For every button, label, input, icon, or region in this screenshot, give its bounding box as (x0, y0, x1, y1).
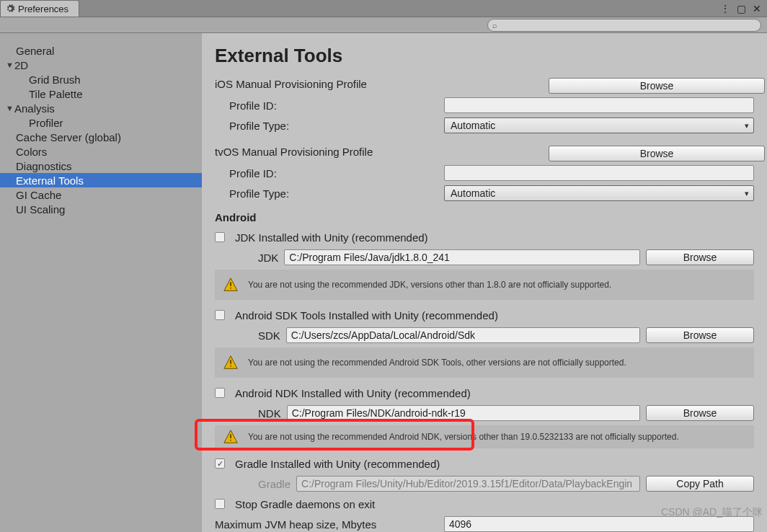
sdk-browse-button[interactable]: Browse (646, 327, 754, 343)
jdk-label: JDK (215, 252, 278, 264)
sdk-path-input[interactable] (286, 327, 640, 343)
sidebar: General ▼2D Grid Brush Tile Palette ▼Ana… (0, 33, 202, 532)
sidebar-item-colors[interactable]: Colors (0, 144, 202, 159)
gradle-copy-path-button[interactable]: Copy Path (646, 476, 754, 492)
sidebar-item-cache-server[interactable]: Cache Server (global) (0, 130, 202, 144)
search-input[interactable]: ⌕ (487, 19, 761, 32)
tvos-browse-button[interactable]: Browse (549, 146, 765, 161)
ios-section-label: iOS Manual Provisioning Profile (215, 78, 543, 90)
window-controls: ⋮ ▢ ✕ (719, 0, 767, 17)
stop-gradle-label: Stop Gradle daemons on exit (235, 498, 375, 510)
jdk-warning: You are not using the recommended JDK, v… (215, 270, 754, 300)
titlebar: Preferences ⋮ ▢ ✕ (0, 0, 767, 17)
ndk-checkbox[interactable] (215, 388, 225, 398)
tvos-section-label: tvOS Manual Provisioning Profile (215, 146, 543, 158)
ndk-browse-button[interactable]: Browse (646, 405, 754, 421)
page-title: External Tools (215, 45, 754, 67)
jdk-browse-button[interactable]: Browse (646, 249, 754, 265)
sidebar-item-ui-scaling[interactable]: UI Scaling (0, 202, 202, 216)
warning-icon (222, 355, 239, 371)
gear-icon (5, 4, 15, 14)
ndk-path-input[interactable] (287, 405, 640, 421)
chevron-down-icon: ▼ (6, 61, 14, 69)
svg-rect-1 (230, 282, 231, 286)
sidebar-item-tile-palette[interactable]: Tile Palette (0, 87, 202, 101)
svg-point-2 (230, 365, 231, 367)
warning-icon (222, 277, 239, 293)
svg-rect-3 (230, 360, 231, 364)
maximize-icon[interactable]: ▢ (735, 3, 747, 14)
jdk-checkbox[interactable] (215, 232, 225, 242)
ios-profile-id-input[interactable] (444, 97, 754, 113)
gradle-path-input (296, 476, 640, 492)
tab-title: Preferences (18, 4, 68, 14)
sidebar-item-general[interactable]: General (0, 43, 202, 58)
preferences-tab[interactable]: Preferences (0, 0, 79, 17)
sidebar-item-2d[interactable]: ▼2D (0, 58, 202, 72)
sidebar-item-grid-brush[interactable]: Grid Brush (0, 72, 202, 87)
tvos-profile-id-label: Profile ID: (215, 167, 438, 179)
stop-gradle-checkbox[interactable] (215, 499, 225, 509)
search-icon: ⌕ (492, 21, 497, 30)
tvos-profile-type-label: Profile Type: (215, 187, 438, 200)
ios-profile-type-label: Profile Type: (215, 120, 438, 132)
ndk-warning: You are not using the recommended Androi… (215, 425, 754, 448)
svg-rect-5 (230, 434, 231, 438)
chevron-down-icon: ▼ (6, 104, 14, 112)
svg-point-0 (230, 288, 231, 289)
ios-profile-id-label: Profile ID: (215, 99, 438, 112)
sidebar-item-gi-cache[interactable]: GI Cache (0, 187, 202, 202)
tvos-profile-id-input[interactable] (444, 165, 754, 181)
sidebar-item-analysis[interactable]: ▼Analysis (0, 101, 202, 115)
sidebar-item-profiler[interactable]: Profiler (0, 115, 202, 130)
ios-browse-button[interactable]: Browse (549, 78, 765, 94)
sdk-checkbox[interactable] (215, 310, 225, 320)
sdk-checkbox-label: Android SDK Tools Installed with Unity (… (235, 309, 498, 322)
ios-profile-type-select[interactable]: Automatic (444, 118, 754, 133)
menu-icon[interactable]: ⋮ (719, 3, 731, 14)
svg-point-4 (230, 440, 231, 441)
tvos-profile-type-select[interactable]: Automatic (444, 185, 754, 201)
close-icon[interactable]: ✕ (751, 3, 763, 14)
jdk-checkbox-label: JDK Installed with Unity (recommended) (235, 231, 428, 244)
content-panel: External Tools iOS Manual Provisioning P… (202, 33, 767, 532)
sdk-warning: You are not using the recommended Androi… (215, 347, 754, 378)
watermark: CSDN @AD_喵了个咪 (661, 506, 763, 519)
ndk-checkbox-label: Android NDK Installed with Unity (recomm… (235, 387, 471, 399)
warning-icon (222, 429, 239, 445)
android-section-label: Android (215, 211, 754, 223)
jdk-path-input[interactable] (284, 249, 640, 265)
sidebar-item-diagnostics[interactable]: Diagnostics (0, 159, 202, 173)
gradle-checkbox-label: Gradle Installed with Unity (recommended… (235, 458, 440, 470)
ndk-label: NDK (215, 407, 281, 420)
sidebar-item-external-tools[interactable]: External Tools (0, 173, 202, 187)
jvm-heap-label: Maximum JVM heap size, Mbytes (215, 518, 438, 531)
gradle-label: Gradle (215, 478, 291, 490)
search-row: ⌕ (0, 17, 767, 33)
sdk-label: SDK (215, 329, 280, 342)
gradle-checkbox[interactable]: ✓ (215, 458, 225, 469)
